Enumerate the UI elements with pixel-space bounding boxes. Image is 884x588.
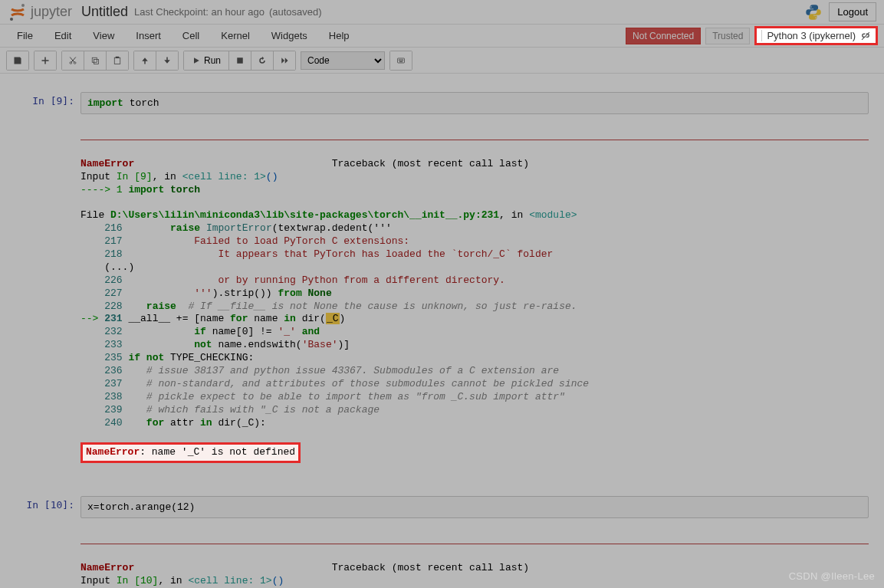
logout-button[interactable]: Logout (829, 2, 876, 21)
notebook-area: In [9]: import torch NameError Traceback… (0, 74, 884, 588)
menu-cell[interactable]: Cell (172, 27, 210, 44)
checkpoint-text: Last Checkpoint: an hour ago (134, 6, 265, 18)
move-up-button[interactable] (134, 51, 156, 70)
traceback-output: NameError Traceback (most recent call la… (81, 117, 869, 481)
menu-view[interactable]: View (82, 27, 125, 44)
jupyter-icon (8, 2, 28, 22)
code-input[interactable]: import torch (81, 92, 869, 114)
svg-point-2 (810, 6, 812, 8)
input-prompt: In [10]: (15, 496, 81, 518)
output-cell: NameError Traceback (most recent call la… (15, 117, 869, 481)
not-connected-badge: Not Connected (626, 28, 701, 44)
output-cell: NameError Traceback (most recent call la… (15, 521, 869, 588)
svg-point-0 (21, 4, 25, 7)
svg-point-6 (74, 61, 76, 64)
menu-widgets[interactable]: Widgets (261, 27, 318, 44)
add-cell-button[interactable] (35, 51, 56, 70)
move-down-button[interactable] (156, 51, 178, 70)
code-input[interactable]: x=torch.arange(12) (81, 496, 869, 518)
kernel-broken-icon (860, 31, 871, 41)
menu-file[interactable]: File (6, 27, 44, 44)
notebook-title[interactable]: Untitled (81, 4, 128, 20)
stop-button[interactable] (229, 51, 251, 70)
traceback-output: NameError Traceback (most recent call la… (81, 521, 869, 588)
autosaved-text: (autosaved) (269, 6, 322, 18)
restart-button[interactable] (251, 51, 274, 70)
header: jupyter Untitled Last Checkpoint: an hou… (0, 0, 884, 25)
watermark: CSDN @Ileen-Lee (789, 570, 875, 582)
toolbar: Run Code (0, 48, 884, 74)
trusted-badge[interactable]: Trusted (705, 28, 750, 44)
kernel-name: Python 3 (ipykernel) (761, 30, 856, 41)
cut-button[interactable] (62, 51, 84, 70)
menu-edit[interactable]: Edit (44, 27, 82, 44)
svg-rect-8 (94, 59, 99, 64)
svg-rect-11 (237, 57, 243, 64)
svg-point-5 (70, 61, 72, 64)
error-highlight: NameError: name '_C' is not defined (81, 442, 301, 463)
svg-point-3 (815, 17, 817, 18)
svg-rect-16 (399, 61, 403, 61)
code-cell[interactable]: In [10]: x=torch.arange(12) (15, 496, 869, 518)
command-palette-button[interactable] (390, 51, 412, 70)
save-button[interactable] (7, 51, 28, 70)
svg-rect-14 (400, 59, 402, 61)
input-prompt: In [9]: (15, 92, 81, 114)
menubar: File Edit View Insert Cell Kernel Widget… (0, 25, 884, 48)
cell-type-select[interactable]: Code (301, 51, 385, 70)
kernel-indicator[interactable]: Python 3 (ipykernel) (754, 26, 878, 45)
menu-help[interactable]: Help (318, 27, 360, 44)
code-cell[interactable]: In [9]: import torch (15, 92, 869, 114)
svg-rect-13 (399, 59, 400, 61)
svg-point-1 (10, 18, 13, 21)
python-icon (804, 3, 823, 21)
svg-rect-7 (92, 57, 97, 62)
copy-button[interactable] (84, 51, 107, 70)
run-button[interactable]: Run (184, 51, 229, 70)
jupyter-logo[interactable]: jupyter (8, 2, 72, 22)
menu-kernel[interactable]: Kernel (210, 27, 261, 44)
menu-insert[interactable]: Insert (125, 27, 172, 44)
run-label: Run (204, 55, 221, 66)
svg-rect-15 (403, 59, 404, 61)
paste-button[interactable] (107, 51, 128, 70)
logo-text: jupyter (31, 4, 72, 20)
svg-rect-9 (114, 57, 120, 64)
restart-run-button[interactable] (274, 51, 295, 70)
svg-rect-10 (116, 56, 120, 57)
